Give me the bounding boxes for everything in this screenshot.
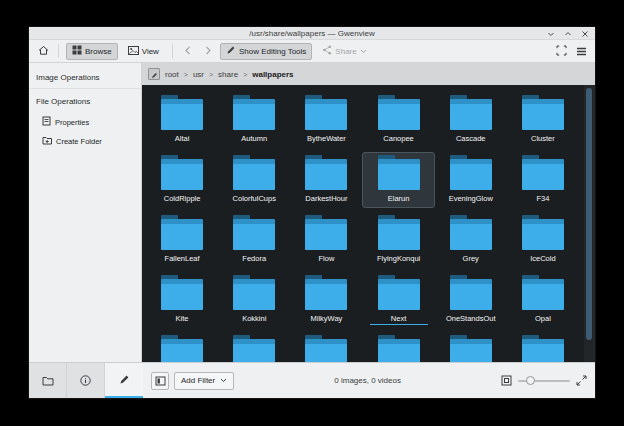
folder-label: FallenLeaf (165, 254, 200, 263)
folder-icon (160, 95, 204, 130)
folder-item[interactable] (507, 332, 579, 362)
chevron-left-icon (184, 46, 192, 57)
folder-icon (160, 215, 204, 250)
breadcrumb-item-root[interactable]: root (165, 70, 179, 79)
tab-folders[interactable] (29, 363, 67, 398)
folder-item[interactable]: FallenLeaf (146, 212, 218, 268)
add-filter-button[interactable]: Add Filter (174, 372, 234, 390)
sidebar-tabs (29, 363, 143, 398)
titlebar[interactable]: /usr/share/wallpapers — Gwenview (29, 27, 595, 40)
folder-item[interactable]: Kite (146, 272, 218, 328)
folder-item[interactable]: IceCold (507, 212, 579, 268)
breadcrumb-item-share[interactable]: share (218, 70, 238, 79)
folder-icon (521, 275, 565, 310)
minimize-button[interactable] (547, 30, 555, 38)
folder-item[interactable]: Cluster (507, 92, 579, 148)
image-icon (128, 46, 139, 57)
media-count-status: 0 images, 0 videos (334, 376, 401, 385)
folder-item[interactable] (146, 332, 218, 362)
statusbar: Add Filter 0 images, 0 videos (29, 362, 595, 398)
folder-label: Cluster (531, 134, 555, 143)
folder-icon (449, 335, 493, 362)
folder-item[interactable] (362, 332, 434, 362)
close-button[interactable] (581, 30, 589, 38)
home-button[interactable] (35, 43, 51, 60)
folder-item[interactable]: ColdRipple (146, 152, 218, 208)
share-icon (322, 45, 332, 57)
folder-item[interactable]: Elarun (362, 152, 434, 208)
folder-label: Kokkini (242, 314, 266, 323)
folder-icon (521, 215, 565, 250)
folder-item[interactable]: OneStandsOut (435, 272, 507, 328)
browse-mode-button[interactable]: Browse (66, 43, 118, 60)
thumbnail-bar-toggle-button[interactable] (151, 372, 169, 390)
folder-item[interactable]: Kokkini (218, 272, 290, 328)
folder-icon (160, 155, 204, 190)
folder-icon (449, 215, 493, 250)
folder-icon (232, 335, 276, 362)
folder-item[interactable]: BytheWater (290, 92, 362, 148)
fullscreen-button[interactable] (553, 43, 569, 60)
folder-item[interactable]: Canopee (362, 92, 434, 148)
zoom-fit-icon[interactable] (501, 372, 512, 390)
maximize-button[interactable] (564, 30, 572, 38)
folder-item[interactable]: Autumn (218, 92, 290, 148)
folder-icon (521, 155, 565, 190)
view-mode-button[interactable]: View (122, 43, 165, 60)
create-folder-item[interactable]: Create Folder (29, 132, 141, 151)
share-button[interactable]: Share (316, 43, 372, 60)
folder-item[interactable]: MilkyWay (290, 272, 362, 328)
folder-label: Grey (463, 254, 479, 263)
share-button-label: Share (335, 47, 356, 56)
folder-item[interactable]: Flow (290, 212, 362, 268)
folder-label: Cascade (456, 134, 486, 143)
folder-item[interactable]: Cascade (435, 92, 507, 148)
folder-label: Fedora (242, 254, 266, 263)
toolbar-separator (58, 44, 59, 58)
folder-icon (304, 215, 348, 250)
hamburger-menu-button[interactable] (573, 43, 589, 60)
forward-button[interactable] (200, 43, 216, 60)
folder-label: Kite (176, 314, 189, 323)
folder-icon (232, 95, 276, 130)
scrollbar-thumb[interactable] (586, 88, 592, 340)
folder-item[interactable] (218, 332, 290, 362)
edit-location-button[interactable] (148, 68, 160, 80)
breadcrumb-separator: > (243, 71, 247, 78)
folder-item[interactable]: ColorfulCups (218, 152, 290, 208)
folder-item[interactable]: Next (362, 272, 434, 328)
folder-item[interactable]: Altai (146, 92, 218, 148)
folder-item[interactable]: Grey (435, 212, 507, 268)
breadcrumb-item-wallpapers[interactable]: wallpapers (252, 70, 293, 79)
folder-item[interactable]: Fedora (218, 212, 290, 268)
folder-icon (160, 335, 204, 362)
folder-label: OneStandsOut (446, 314, 496, 323)
folder-item[interactable] (435, 332, 507, 362)
chevron-down-icon (220, 376, 227, 385)
main-toolbar: Browse View Show Editing Tools (29, 40, 595, 63)
folder-icon (449, 95, 493, 130)
folder-item[interactable]: DarkestHour (290, 152, 362, 208)
folder-item[interactable] (290, 332, 362, 362)
edit-location-pencil-icon (151, 65, 158, 83)
focus-underline (370, 324, 428, 325)
zoom-actual-size-icon[interactable] (576, 372, 587, 390)
folder-item[interactable]: EveningGlow (435, 152, 507, 208)
zoom-slider[interactable] (518, 376, 570, 386)
folder-item[interactable]: Opal (507, 272, 579, 328)
zoom-slider-handle[interactable] (526, 376, 535, 385)
properties-item[interactable]: Properties (29, 112, 141, 132)
folder-icon (160, 275, 204, 310)
folder-icon (377, 275, 421, 310)
back-button[interactable] (180, 43, 196, 60)
show-editing-tools-button[interactable]: Show Editing Tools (220, 43, 312, 60)
folder-label: ColorfulCups (233, 194, 276, 203)
folder-item[interactable]: FlyingKonqui (362, 212, 434, 268)
folder-item[interactable]: F34 (507, 152, 579, 208)
folder-tab-icon (42, 372, 54, 390)
filmstrip-icon (155, 372, 166, 390)
tab-information[interactable] (67, 363, 105, 398)
scrollbar-track[interactable] (584, 85, 595, 362)
breadcrumb-item-usr[interactable]: usr (193, 70, 204, 79)
tab-operations[interactable] (105, 363, 143, 398)
